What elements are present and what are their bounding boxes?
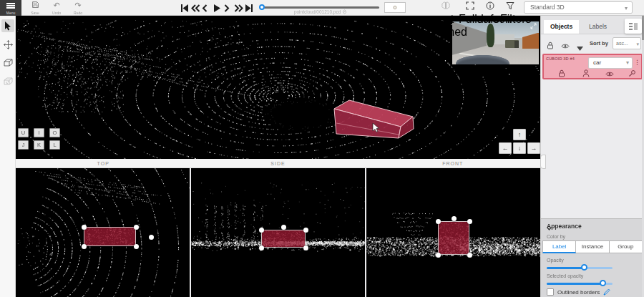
tab-labels[interactable]: Labels [582,20,613,34]
ortho-label-strip: TOP SIDE FRONT [16,159,540,168]
skip-first-button[interactable] [180,4,189,13]
bbox-handle[interactable] [82,225,87,230]
save-button[interactable]: Save [26,0,44,16]
lock-all-button[interactable] [547,39,554,52]
tool-rail [0,16,16,297]
side-view-bbox[interactable] [261,230,306,248]
rotate-key-j[interactable]: J [18,140,29,150]
bbox-handle[interactable] [259,228,264,233]
rotate-key-u[interactable]: U [18,128,29,137]
visibility-all-button[interactable] [561,39,570,52]
opacity-slider[interactable] [547,267,613,269]
layout-icon [629,23,638,30]
cursor-icon [4,21,11,31]
object-row-car[interactable]: CUBOID 3D #4 car ▾ ⋮ [542,54,643,79]
opacity-label: Opacity [547,258,564,263]
bbox-rotate-handle[interactable] [149,235,154,240]
front-view-bbox[interactable] [438,221,469,255]
sort-order-select[interactable]: asc... ▾ [613,37,641,49]
object-menu-button[interactable]: ⋮ [634,59,640,66]
info-button[interactable]: Info [480,0,500,16]
object-lock-button[interactable] [558,67,565,80]
outlined-borders-checkbox[interactable] [547,288,554,296]
object-type-tag: CUBOID 3D #4 [546,57,575,61]
bbox-rotate-handle[interactable] [452,216,457,221]
rotate-key-k[interactable]: K [34,140,44,150]
object-visibility-button[interactable] [605,67,614,80]
fullscreen-button[interactable]: Fullscreen [459,0,482,16]
person-icon [582,69,590,77]
cuboid-points-icon [4,77,13,86]
pan-right-button[interactable]: → [527,142,540,154]
chevron-down-icon: ▾ [636,39,639,49]
color-mode-instance-button[interactable]: Instance [576,240,609,253]
color-mode-label-button[interactable]: Label [542,240,576,253]
redo-button[interactable]: ↷ Redo [69,0,87,16]
top-ortho-view[interactable] [16,168,190,297]
bbox-rotate-handle[interactable] [281,225,286,230]
pan-tool-button[interactable] [1,38,14,51]
bbox-handle[interactable] [467,219,472,224]
frame-number-input[interactable] [384,2,406,13]
color-mode-segmented-control: Label Instance Group [542,240,643,253]
move-icon [4,40,13,49]
chevron-down-icon[interactable] [547,227,552,230]
selected-opacity-slider[interactable] [547,283,613,285]
opacity-slider-thumb[interactable] [581,264,587,271]
pan-left-button[interactable]: ← [499,142,512,154]
annotation-app: Menu Save ↶ Undo ↷ Redo [0,0,644,297]
object-pin-button[interactable] [628,67,636,80]
menu-button[interactable]: Menu [0,0,21,16]
timeline-slider[interactable] [262,6,379,9]
skip-last-button[interactable] [245,4,253,13]
rotate-key-l[interactable]: L [49,140,60,150]
bbox-handle[interactable] [259,245,264,250]
bbox-handle[interactable] [303,228,308,233]
not-trained-button[interactable]: not trained [432,0,459,16]
previous-frame-button[interactable] [202,4,210,13]
front-view-label: FRONT [366,159,540,167]
object-author-button[interactable] [582,67,590,80]
lock-icon [547,42,554,49]
pin-icon [628,69,636,77]
filters-button[interactable]: Filters [500,0,520,16]
undo-button[interactable]: ↶ Undo [47,0,66,16]
bbox-handle[interactable] [436,253,441,258]
preview-tree [487,24,494,47]
panel-resize-handle[interactable] [540,155,546,169]
panel-layout-toggle-button[interactable] [625,19,642,34]
selected-opacity-label: Selected opacity [547,273,583,278]
fast-forward-button[interactable] [234,4,243,13]
side-ortho-view[interactable] [191,168,365,297]
top-toolbar: Menu Save ↶ Undo ↷ Redo [0,0,644,16]
color-by-label: Color by [547,234,565,239]
fast-backward-button[interactable] [191,4,200,13]
play-button[interactable] [213,4,221,13]
bbox-handle[interactable] [303,245,308,250]
bbox-handle[interactable] [134,244,139,249]
cuboid-points-tool-button[interactable] [1,75,14,88]
bbox-handle[interactable] [134,225,139,230]
bbox-handle[interactable] [436,219,441,224]
sort-by-label: Sort by [590,40,608,47]
pencil-icon[interactable] [603,288,610,296]
pan-down-button[interactable]: ↓ [513,142,526,154]
filter-icon [506,1,514,10]
pan-up-button[interactable]: ↑ [513,129,526,140]
rotate-key-i[interactable]: I [34,128,44,137]
expand-all-button[interactable] [577,41,583,54]
bbox-handle[interactable] [467,253,472,258]
outlined-borders-row: Outlined borders [547,288,610,296]
bbox-handle[interactable] [82,244,87,249]
tab-objects[interactable]: Objects [544,20,579,34]
front-ortho-view[interactable] [366,168,540,297]
rotate-key-o[interactable]: O [49,128,60,137]
next-frame-button[interactable] [223,4,232,13]
color-mode-group-button[interactable]: Group [610,240,643,253]
select-tool-button[interactable] [1,19,14,32]
selected-opacity-slider-thumb[interactable] [600,280,606,286]
cuboid-tool-button[interactable] [1,57,14,69]
outlined-borders-label: Outlined borders [557,289,600,296]
top-view-bbox[interactable] [84,227,136,246]
view-mode-select[interactable]: Standard 3D ▾ [524,1,633,14]
